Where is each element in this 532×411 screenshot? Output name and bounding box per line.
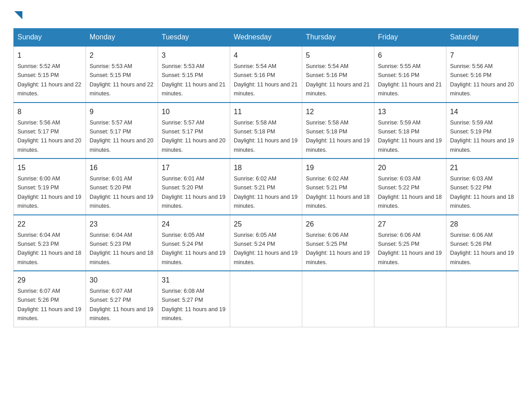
calendar-day-cell: 26 Sunrise: 6:06 AMSunset: 5:25 PMDaylig…: [302, 215, 374, 271]
day-info: Sunrise: 6:07 AMSunset: 5:26 PMDaylight:…: [17, 288, 81, 321]
day-number: 30: [90, 275, 154, 286]
calendar-day-cell: 4 Sunrise: 5:54 AMSunset: 5:16 PMDayligh…: [230, 46, 302, 103]
calendar-day-cell: [374, 271, 446, 327]
calendar-day-cell: 7 Sunrise: 5:56 AMSunset: 5:16 PMDayligh…: [446, 46, 519, 103]
day-number: 16: [90, 163, 154, 173]
day-info: Sunrise: 6:01 AMSunset: 5:20 PMDaylight:…: [162, 176, 225, 209]
calendar-week-row: 1 Sunrise: 5:52 AMSunset: 5:15 PMDayligh…: [14, 46, 519, 103]
calendar-day-cell: 10 Sunrise: 5:57 AMSunset: 5:17 PMDaylig…: [158, 103, 230, 159]
day-info: Sunrise: 6:06 AMSunset: 5:26 PMDaylight:…: [450, 232, 514, 265]
calendar-day-cell: 31 Sunrise: 6:08 AMSunset: 5:27 PMDaylig…: [158, 271, 230, 327]
calendar-header-cell: Wednesday: [230, 29, 302, 47]
day-info: Sunrise: 5:53 AMSunset: 5:15 PMDaylight:…: [90, 63, 153, 97]
day-info: Sunrise: 6:05 AMSunset: 5:24 PMDaylight:…: [162, 232, 225, 265]
calendar-day-cell: 21 Sunrise: 6:03 AMSunset: 5:22 PMDaylig…: [446, 158, 519, 215]
calendar-day-cell: 12 Sunrise: 5:58 AMSunset: 5:18 PMDaylig…: [302, 103, 374, 159]
calendar-day-cell: 19 Sunrise: 6:02 AMSunset: 5:21 PMDaylig…: [302, 158, 374, 215]
day-info: Sunrise: 6:02 AMSunset: 5:21 PMDaylight:…: [306, 176, 369, 209]
day-info: Sunrise: 5:54 AMSunset: 5:16 PMDaylight:…: [234, 63, 297, 97]
day-number: 25: [234, 219, 298, 230]
day-number: 15: [17, 163, 82, 173]
day-number: 3: [162, 50, 226, 61]
day-info: Sunrise: 5:57 AMSunset: 5:17 PMDaylight:…: [90, 120, 153, 153]
calendar-day-cell: 1 Sunrise: 5:52 AMSunset: 5:15 PMDayligh…: [14, 46, 86, 103]
day-number: 1: [17, 50, 82, 61]
day-info: Sunrise: 6:01 AMSunset: 5:20 PMDaylight:…: [90, 176, 153, 209]
calendar-day-cell: 13 Sunrise: 5:59 AMSunset: 5:18 PMDaylig…: [374, 103, 446, 159]
day-info: Sunrise: 6:04 AMSunset: 5:23 PMDaylight:…: [17, 232, 81, 265]
day-number: 7: [450, 50, 515, 61]
day-info: Sunrise: 5:56 AMSunset: 5:17 PMDaylight:…: [17, 120, 81, 153]
day-number: 14: [450, 107, 515, 117]
calendar-day-cell: 29 Sunrise: 6:07 AMSunset: 5:26 PMDaylig…: [14, 271, 86, 327]
day-info: Sunrise: 5:58 AMSunset: 5:18 PMDaylight:…: [306, 120, 369, 153]
calendar-day-cell: 24 Sunrise: 6:05 AMSunset: 5:24 PMDaylig…: [158, 215, 230, 271]
day-info: Sunrise: 5:59 AMSunset: 5:19 PMDaylight:…: [450, 120, 514, 153]
day-number: 9: [90, 107, 154, 117]
day-number: 24: [162, 219, 226, 230]
day-info: Sunrise: 6:03 AMSunset: 5:22 PMDaylight:…: [378, 176, 442, 209]
calendar-day-cell: 14 Sunrise: 5:59 AMSunset: 5:19 PMDaylig…: [446, 103, 519, 159]
calendar-day-cell: 23 Sunrise: 6:04 AMSunset: 5:23 PMDaylig…: [86, 215, 158, 271]
day-info: Sunrise: 6:04 AMSunset: 5:23 PMDaylight:…: [90, 232, 153, 265]
day-number: 23: [90, 219, 154, 230]
day-number: 26: [306, 219, 370, 230]
day-number: 22: [17, 219, 82, 230]
calendar-header-cell: Monday: [86, 29, 158, 47]
calendar-day-cell: [230, 271, 302, 327]
day-info: Sunrise: 5:59 AMSunset: 5:18 PMDaylight:…: [378, 120, 442, 153]
calendar-day-cell: 16 Sunrise: 6:01 AMSunset: 5:20 PMDaylig…: [86, 158, 158, 215]
day-number: 5: [306, 50, 370, 61]
day-number: 4: [234, 50, 298, 61]
day-number: 27: [378, 219, 442, 230]
calendar-day-cell: 27 Sunrise: 6:06 AMSunset: 5:25 PMDaylig…: [374, 215, 446, 271]
day-number: 17: [162, 163, 226, 173]
day-info: Sunrise: 5:52 AMSunset: 5:15 PMDaylight:…: [17, 63, 81, 97]
day-info: Sunrise: 6:02 AMSunset: 5:21 PMDaylight:…: [234, 176, 297, 209]
calendar-day-cell: 3 Sunrise: 5:53 AMSunset: 5:15 PMDayligh…: [158, 46, 230, 103]
calendar-header-row: SundayMondayTuesdayWednesdayThursdayFrid…: [14, 29, 519, 47]
calendar-day-cell: 22 Sunrise: 6:04 AMSunset: 5:23 PMDaylig…: [14, 215, 86, 271]
day-info: Sunrise: 5:54 AMSunset: 5:16 PMDaylight:…: [306, 63, 369, 97]
calendar-day-cell: 5 Sunrise: 5:54 AMSunset: 5:16 PMDayligh…: [302, 46, 374, 103]
day-number: 20: [378, 163, 442, 173]
day-info: Sunrise: 6:06 AMSunset: 5:25 PMDaylight:…: [378, 232, 442, 265]
calendar-week-row: 15 Sunrise: 6:00 AMSunset: 5:19 PMDaylig…: [14, 158, 519, 215]
day-info: Sunrise: 6:06 AMSunset: 5:25 PMDaylight:…: [306, 232, 369, 265]
day-info: Sunrise: 5:58 AMSunset: 5:18 PMDaylight:…: [234, 120, 297, 153]
day-number: 6: [378, 50, 442, 61]
page-header: [13, 9, 519, 19]
day-number: 8: [17, 107, 82, 117]
calendar-day-cell: 20 Sunrise: 6:03 AMSunset: 5:22 PMDaylig…: [374, 158, 446, 215]
day-number: 12: [306, 107, 370, 117]
day-info: Sunrise: 6:00 AMSunset: 5:19 PMDaylight:…: [17, 176, 81, 209]
day-info: Sunrise: 5:53 AMSunset: 5:15 PMDaylight:…: [162, 63, 225, 97]
day-number: 13: [378, 107, 442, 117]
calendar-day-cell: 30 Sunrise: 6:07 AMSunset: 5:27 PMDaylig…: [86, 271, 158, 327]
calendar-header-cell: Saturday: [446, 29, 519, 47]
calendar-day-cell: 18 Sunrise: 6:02 AMSunset: 5:21 PMDaylig…: [230, 158, 302, 215]
day-number: 21: [450, 163, 515, 173]
day-number: 31: [162, 275, 226, 286]
day-info: Sunrise: 6:05 AMSunset: 5:24 PMDaylight:…: [234, 232, 297, 265]
calendar-day-cell: 2 Sunrise: 5:53 AMSunset: 5:15 PMDayligh…: [86, 46, 158, 103]
logo: [13, 9, 22, 19]
day-info: Sunrise: 5:57 AMSunset: 5:17 PMDaylight:…: [162, 120, 225, 153]
day-number: 10: [162, 107, 226, 117]
calendar-week-row: 29 Sunrise: 6:07 AMSunset: 5:26 PMDaylig…: [14, 271, 519, 327]
day-info: Sunrise: 6:03 AMSunset: 5:22 PMDaylight:…: [450, 176, 514, 209]
day-number: 18: [234, 163, 298, 173]
calendar-day-cell: 9 Sunrise: 5:57 AMSunset: 5:17 PMDayligh…: [86, 103, 158, 159]
calendar-day-cell: [302, 271, 374, 327]
calendar-week-row: 8 Sunrise: 5:56 AMSunset: 5:17 PMDayligh…: [14, 103, 519, 159]
calendar-header-cell: Friday: [374, 29, 446, 47]
logo-arrow-icon: [14, 11, 22, 19]
calendar-header-cell: Tuesday: [158, 29, 230, 47]
day-info: Sunrise: 5:55 AMSunset: 5:16 PMDaylight:…: [378, 63, 442, 97]
day-info: Sunrise: 6:08 AMSunset: 5:27 PMDaylight:…: [162, 288, 225, 321]
calendar-table: SundayMondayTuesdayWednesdayThursdayFrid…: [13, 28, 519, 327]
calendar-day-cell: 17 Sunrise: 6:01 AMSunset: 5:20 PMDaylig…: [158, 158, 230, 215]
calendar-day-cell: [446, 271, 519, 327]
calendar-week-row: 22 Sunrise: 6:04 AMSunset: 5:23 PMDaylig…: [14, 215, 519, 271]
day-number: 11: [234, 107, 298, 117]
